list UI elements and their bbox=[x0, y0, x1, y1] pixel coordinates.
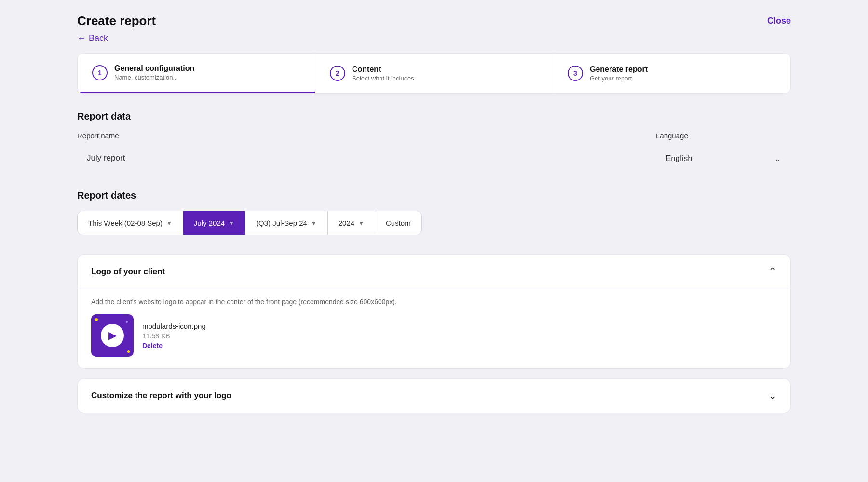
logo-filesize: 11.58 KB bbox=[142, 332, 206, 340]
report-data-row: Report name Language English ⌄ bbox=[77, 132, 791, 173]
step-1-circle: 1 bbox=[92, 65, 108, 80]
logo-preview: ▶ modulards-icon.png 11.58 KB Delete bbox=[91, 314, 777, 357]
step-1[interactable]: 1 General configuration Name, customizat… bbox=[78, 54, 315, 93]
customize-section-header: Customize the report with your logo ⌄ bbox=[78, 379, 790, 413]
step-3-subtitle: Get your report bbox=[590, 75, 648, 82]
logo-delete-button[interactable]: Delete bbox=[142, 342, 206, 349]
date-option-2024[interactable]: 2024 ▼ bbox=[328, 211, 375, 235]
back-arrow-icon: ← bbox=[77, 33, 86, 43]
date-option-2024-arrow-icon: ▼ bbox=[358, 220, 364, 227]
language-select[interactable]: English ⌄ bbox=[656, 145, 791, 173]
logo-section-body: Add the client's website logo to appear … bbox=[78, 289, 790, 368]
language-label: Language bbox=[656, 132, 791, 140]
logo-section-title: Logo of your client bbox=[91, 267, 165, 277]
logo-dot-br bbox=[127, 350, 130, 353]
date-option-custom-label: Custom bbox=[386, 219, 411, 227]
step-2[interactable]: 2 Content Select what it includes bbox=[315, 54, 553, 93]
language-group: Language English ⌄ bbox=[656, 132, 791, 173]
logo-section-collapse-icon[interactable]: ⌃ bbox=[768, 266, 777, 278]
date-options-row: This Week (02-08 Sep) ▼ July 2024 ▼ (Q3)… bbox=[77, 211, 422, 235]
report-name-group: Report name bbox=[77, 132, 641, 173]
report-name-input[interactable] bbox=[77, 145, 641, 172]
step-2-text: Content Select what it includes bbox=[352, 65, 414, 82]
customize-section: Customize the report with your logo ⌄ bbox=[77, 378, 791, 413]
date-option-2024-label: 2024 bbox=[339, 219, 354, 227]
step-1-subtitle: Name, customization... bbox=[114, 74, 194, 81]
main-content: 1 General configuration Name, customizat… bbox=[0, 53, 868, 413]
date-option-this-week[interactable]: This Week (02-08 Sep) ▼ bbox=[78, 211, 183, 235]
logo-section: Logo of your client ⌃ Add the client's w… bbox=[77, 254, 791, 369]
logo-section-header: Logo of your client ⌃ bbox=[78, 255, 790, 289]
logo-filename: modulards-icon.png bbox=[142, 322, 206, 330]
step-3-circle: 3 bbox=[568, 66, 583, 81]
step-3-title: Generate report bbox=[590, 65, 648, 74]
step-2-title: Content bbox=[352, 65, 414, 74]
date-option-q3-label: (Q3) Jul-Sep 24 bbox=[256, 219, 307, 227]
customize-section-title: Customize the report with your logo bbox=[91, 391, 231, 401]
date-option-q3-arrow-icon: ▼ bbox=[311, 220, 317, 227]
logo-dot-tr bbox=[126, 321, 128, 323]
date-option-july-2024-label: July 2024 bbox=[194, 219, 225, 227]
back-link[interactable]: ← Back bbox=[0, 33, 185, 53]
report-dates-title: Report dates bbox=[77, 190, 791, 201]
date-option-july-2024[interactable]: July 2024 ▼ bbox=[183, 211, 245, 235]
page-wrapper: Create report Close ← Back 1 General con… bbox=[0, 0, 868, 482]
date-option-this-week-label: This Week (02-08 Sep) bbox=[88, 219, 163, 227]
logo-icon-circle: ▶ bbox=[101, 324, 124, 347]
step-3[interactable]: 3 Generate report Get your report bbox=[553, 54, 790, 93]
customize-section-expand-icon[interactable]: ⌄ bbox=[768, 389, 777, 402]
close-button[interactable]: Close bbox=[767, 16, 791, 26]
date-option-q3[interactable]: (Q3) Jul-Sep 24 ▼ bbox=[245, 211, 328, 235]
stepper: 1 General configuration Name, customizat… bbox=[77, 53, 791, 94]
date-option-this-week-arrow-icon: ▼ bbox=[166, 220, 172, 227]
report-name-label: Report name bbox=[77, 132, 641, 140]
date-option-custom[interactable]: Custom bbox=[375, 211, 421, 235]
date-option-july-2024-arrow-icon: ▼ bbox=[229, 220, 234, 227]
top-bar: Create report Close bbox=[0, 0, 868, 33]
step-2-circle: 2 bbox=[330, 66, 345, 81]
step-1-title: General configuration bbox=[114, 64, 194, 73]
step-3-text: Generate report Get your report bbox=[590, 65, 648, 82]
logo-thumbnail: ▶ bbox=[91, 314, 134, 357]
step-1-text: General configuration Name, customizatio… bbox=[114, 64, 194, 81]
back-label: Back bbox=[89, 33, 108, 43]
language-value: English bbox=[665, 154, 692, 163]
language-chevron-icon: ⌄ bbox=[774, 153, 781, 164]
logo-play-icon: ▶ bbox=[108, 329, 117, 342]
page-title: Create report bbox=[77, 13, 156, 28]
step-2-subtitle: Select what it includes bbox=[352, 75, 414, 82]
report-data-title: Report data bbox=[77, 111, 791, 122]
logo-file-info: modulards-icon.png 11.58 KB Delete bbox=[142, 322, 206, 349]
logo-section-description: Add the client's website logo to appear … bbox=[91, 298, 777, 306]
logo-dot-tl bbox=[95, 318, 98, 321]
